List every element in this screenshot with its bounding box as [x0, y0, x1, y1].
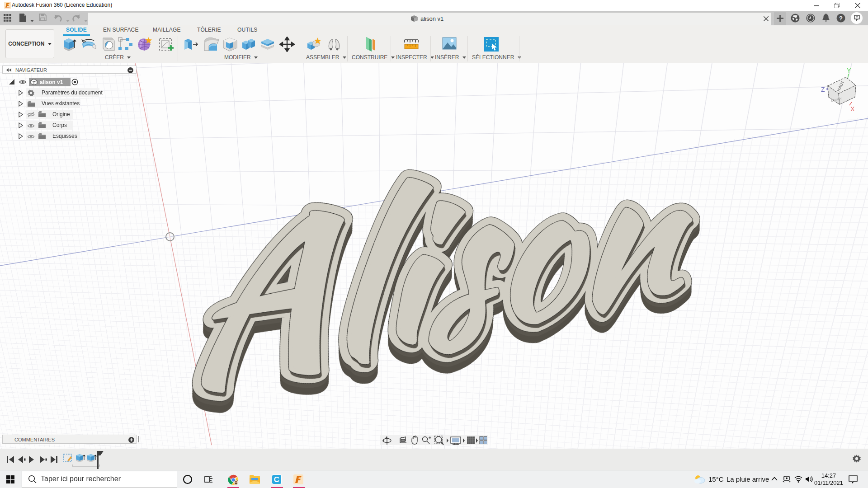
svg-text:?: ?: [839, 15, 843, 22]
svg-text:Y: Y: [847, 67, 851, 74]
svg-text:X: X: [850, 105, 855, 113]
svg-text:Z: Z: [821, 86, 825, 93]
svg-text:C: C: [274, 475, 279, 484]
